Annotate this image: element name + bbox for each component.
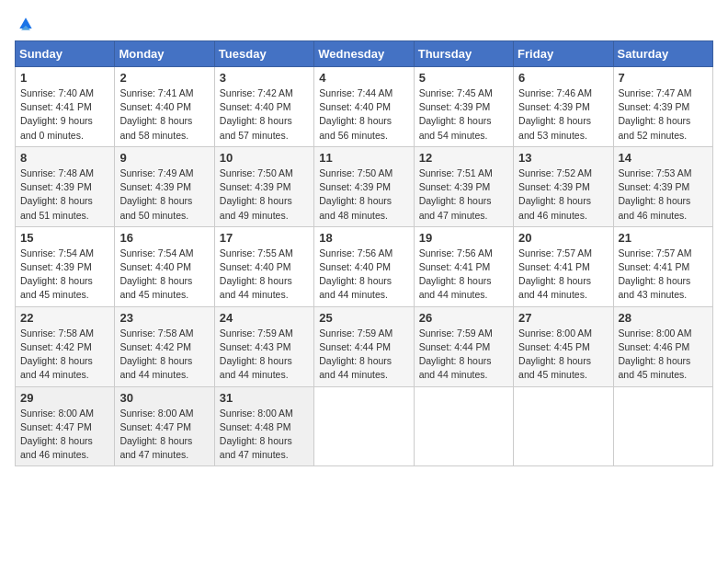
header-sunday: Sunday <box>16 41 115 67</box>
day-number: 24 <box>220 311 309 325</box>
calendar-week-3: 15 Sunrise: 7:54 AM Sunset: 4:39 PM Dayl… <box>16 226 713 306</box>
day-info: Sunrise: 7:59 AM Sunset: 4:44 PM Dayligh… <box>319 327 408 383</box>
calendar-cell: 2 Sunrise: 7:41 AM Sunset: 4:40 PM Dayli… <box>115 67 214 147</box>
calendar-cell <box>613 386 712 466</box>
calendar-cell: 15 Sunrise: 7:54 AM Sunset: 4:39 PM Dayl… <box>16 226 115 306</box>
calendar-cell: 5 Sunrise: 7:45 AM Sunset: 4:39 PM Dayli… <box>414 67 513 147</box>
day-number: 14 <box>619 151 708 165</box>
day-info: Sunrise: 8:00 AM Sunset: 4:45 PM Dayligh… <box>518 327 608 383</box>
day-number: 26 <box>419 311 508 325</box>
day-number: 19 <box>419 231 508 245</box>
day-info: Sunrise: 7:59 AM Sunset: 4:43 PM Dayligh… <box>220 327 309 383</box>
calendar-cell: 6 Sunrise: 7:46 AM Sunset: 4:39 PM Dayli… <box>514 67 613 147</box>
day-number: 16 <box>119 231 209 245</box>
day-number: 8 <box>20 151 109 165</box>
header-wednesday: Wednesday <box>314 41 414 67</box>
calendar-cell: 13 Sunrise: 7:52 AM Sunset: 4:39 PM Dayl… <box>514 146 613 226</box>
day-number: 3 <box>220 71 309 85</box>
calendar-cell: 1 Sunrise: 7:40 AM Sunset: 4:41 PM Dayli… <box>16 67 115 147</box>
calendar-cell: 14 Sunrise: 7:53 AM Sunset: 4:39 PM Dayl… <box>613 146 712 226</box>
day-info: Sunrise: 7:53 AM Sunset: 4:39 PM Dayligh… <box>619 167 708 223</box>
calendar-cell: 24 Sunrise: 7:59 AM Sunset: 4:43 PM Dayl… <box>214 306 313 386</box>
day-info: Sunrise: 8:00 AM Sunset: 4:47 PM Dayligh… <box>20 407 109 463</box>
calendar-table: SundayMondayTuesdayWednesdayThursdayFrid… <box>15 40 713 466</box>
day-number: 29 <box>20 391 109 405</box>
calendar-week-5: 29 Sunrise: 8:00 AM Sunset: 4:47 PM Dayl… <box>16 386 713 466</box>
calendar-cell: 29 Sunrise: 8:00 AM Sunset: 4:47 PM Dayl… <box>16 386 115 466</box>
calendar-cell: 12 Sunrise: 7:51 AM Sunset: 4:39 PM Dayl… <box>414 146 513 226</box>
day-number: 30 <box>119 391 209 405</box>
day-number: 5 <box>419 71 508 85</box>
day-number: 23 <box>119 311 209 325</box>
day-info: Sunrise: 7:54 AM Sunset: 4:39 PM Dayligh… <box>20 247 109 303</box>
day-info: Sunrise: 7:58 AM Sunset: 4:42 PM Dayligh… <box>20 327 109 383</box>
day-info: Sunrise: 7:47 AM Sunset: 4:39 PM Dayligh… <box>619 86 708 143</box>
day-info: Sunrise: 7:58 AM Sunset: 4:42 PM Dayligh… <box>119 327 209 383</box>
calendar-cell: 8 Sunrise: 7:48 AM Sunset: 4:39 PM Dayli… <box>16 146 115 226</box>
day-number: 27 <box>518 311 608 325</box>
day-number: 2 <box>119 71 209 85</box>
calendar-cell: 28 Sunrise: 8:00 AM Sunset: 4:46 PM Dayl… <box>613 306 712 386</box>
calendar-cell: 21 Sunrise: 7:57 AM Sunset: 4:41 PM Dayl… <box>613 226 712 306</box>
calendar-cell: 19 Sunrise: 7:56 AM Sunset: 4:41 PM Dayl… <box>414 226 513 306</box>
day-info: Sunrise: 8:00 AM Sunset: 4:46 PM Dayligh… <box>619 327 708 383</box>
calendar-cell: 27 Sunrise: 8:00 AM Sunset: 4:45 PM Dayl… <box>514 306 613 386</box>
day-number: 1 <box>20 71 109 85</box>
day-number: 25 <box>319 311 408 325</box>
day-info: Sunrise: 7:42 AM Sunset: 4:40 PM Dayligh… <box>220 86 309 143</box>
day-number: 17 <box>220 231 309 245</box>
day-number: 21 <box>619 231 708 245</box>
day-number: 7 <box>619 71 708 85</box>
day-info: Sunrise: 7:56 AM Sunset: 4:40 PM Dayligh… <box>319 247 408 303</box>
calendar-week-1: 1 Sunrise: 7:40 AM Sunset: 4:41 PM Dayli… <box>16 67 713 147</box>
day-info: Sunrise: 7:59 AM Sunset: 4:44 PM Dayligh… <box>419 327 508 383</box>
day-number: 28 <box>619 311 708 325</box>
day-info: Sunrise: 7:44 AM Sunset: 4:40 PM Dayligh… <box>319 86 408 143</box>
day-info: Sunrise: 7:46 AM Sunset: 4:39 PM Dayligh… <box>518 86 608 143</box>
day-number: 4 <box>319 71 408 85</box>
header-thursday: Thursday <box>414 41 513 67</box>
day-number: 13 <box>518 151 608 165</box>
header-saturday: Saturday <box>613 41 712 67</box>
day-info: Sunrise: 7:52 AM Sunset: 4:39 PM Dayligh… <box>518 167 608 223</box>
calendar-week-2: 8 Sunrise: 7:48 AM Sunset: 4:39 PM Dayli… <box>16 146 713 226</box>
calendar-cell: 4 Sunrise: 7:44 AM Sunset: 4:40 PM Dayli… <box>314 67 414 147</box>
day-number: 11 <box>319 151 408 165</box>
calendar-cell: 17 Sunrise: 7:55 AM Sunset: 4:40 PM Dayl… <box>214 226 313 306</box>
calendar-cell: 7 Sunrise: 7:47 AM Sunset: 4:39 PM Dayli… <box>613 67 712 147</box>
calendar-cell: 31 Sunrise: 8:00 AM Sunset: 4:48 PM Dayl… <box>214 386 313 466</box>
calendar-cell <box>414 386 513 466</box>
header-monday: Monday <box>115 41 214 67</box>
day-number: 31 <box>220 391 309 405</box>
day-number: 12 <box>419 151 508 165</box>
day-info: Sunrise: 7:57 AM Sunset: 4:41 PM Dayligh… <box>518 247 608 303</box>
day-info: Sunrise: 7:56 AM Sunset: 4:41 PM Dayligh… <box>419 247 508 303</box>
header-friday: Friday <box>514 41 613 67</box>
calendar-cell <box>514 386 613 466</box>
day-info: Sunrise: 7:48 AM Sunset: 4:39 PM Dayligh… <box>20 167 109 223</box>
day-info: Sunrise: 7:50 AM Sunset: 4:39 PM Dayligh… <box>220 167 309 223</box>
day-number: 22 <box>20 311 109 325</box>
logo <box>15 15 35 33</box>
day-info: Sunrise: 7:50 AM Sunset: 4:39 PM Dayligh… <box>319 167 408 223</box>
calendar-header-row: SundayMondayTuesdayWednesdayThursdayFrid… <box>16 41 713 67</box>
page-header <box>15 15 713 33</box>
calendar-cell: 25 Sunrise: 7:59 AM Sunset: 4:44 PM Dayl… <box>314 306 414 386</box>
calendar-cell: 3 Sunrise: 7:42 AM Sunset: 4:40 PM Dayli… <box>214 67 313 147</box>
day-number: 20 <box>518 231 608 245</box>
day-info: Sunrise: 7:41 AM Sunset: 4:40 PM Dayligh… <box>119 86 209 143</box>
calendar-cell: 11 Sunrise: 7:50 AM Sunset: 4:39 PM Dayl… <box>314 146 414 226</box>
calendar-cell: 20 Sunrise: 7:57 AM Sunset: 4:41 PM Dayl… <box>514 226 613 306</box>
day-info: Sunrise: 7:49 AM Sunset: 4:39 PM Dayligh… <box>119 167 209 223</box>
calendar-cell: 23 Sunrise: 7:58 AM Sunset: 4:42 PM Dayl… <box>115 306 214 386</box>
day-number: 9 <box>119 151 209 165</box>
calendar-cell: 18 Sunrise: 7:56 AM Sunset: 4:40 PM Dayl… <box>314 226 414 306</box>
logo-icon <box>17 15 35 33</box>
day-number: 10 <box>220 151 309 165</box>
calendar-cell: 30 Sunrise: 8:00 AM Sunset: 4:47 PM Dayl… <box>115 386 214 466</box>
day-number: 15 <box>20 231 109 245</box>
calendar-cell: 9 Sunrise: 7:49 AM Sunset: 4:39 PM Dayli… <box>115 146 214 226</box>
day-number: 6 <box>518 71 608 85</box>
header-tuesday: Tuesday <box>214 41 313 67</box>
day-info: Sunrise: 7:57 AM Sunset: 4:41 PM Dayligh… <box>619 247 708 303</box>
